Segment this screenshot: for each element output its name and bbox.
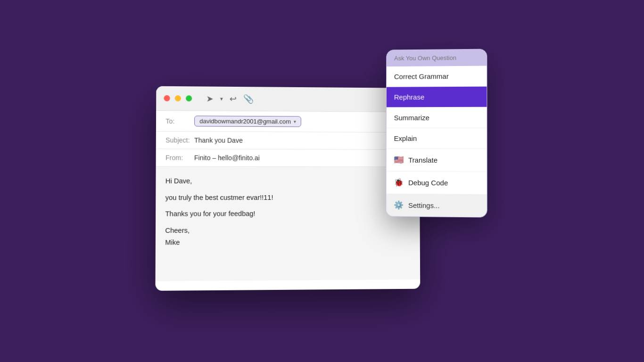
dropdown-icon[interactable]: ▾ <box>220 95 223 102</box>
body-line-3: Thanks you for your feedbag! <box>165 208 411 220</box>
settings-item[interactable]: ⚙️ Settings... <box>386 194 487 217</box>
reply-icon[interactable]: ↩ <box>230 93 237 104</box>
window-dot-green[interactable] <box>186 95 192 101</box>
correct-grammar-label: Correct Grammar <box>394 72 449 81</box>
ask-question-input[interactable] <box>394 54 479 62</box>
to-dropdown-arrow[interactable]: ▾ <box>294 119 296 124</box>
toolbar-icons: ➤ ▾ ↩ 📎 <box>206 93 254 104</box>
attach-icon[interactable]: 📎 <box>243 94 254 104</box>
to-label: To: <box>165 117 194 125</box>
subject-value: Thank you Dave <box>194 136 243 144</box>
email-titlebar: ➤ ▾ ↩ 📎 <box>156 86 419 112</box>
menu-item-explain[interactable]: Explain <box>387 128 487 149</box>
to-value-badge[interactable]: davidbowmandr2001@gmail.com ▾ <box>194 115 301 127</box>
email-window: ➤ ▾ ↩ 📎 To: davidbowmandr2001@gmail.com … <box>155 86 420 291</box>
email-subject-field: Subject: Thank you Dave <box>156 132 420 150</box>
body-line-1: Hi Dave, <box>165 175 411 187</box>
window-dot-yellow[interactable] <box>175 95 181 101</box>
to-email: davidbowmandr2001@gmail.com <box>199 117 291 125</box>
body-line-2: you truly the best custmer evar!!11! <box>165 192 411 204</box>
from-value: Finito – hello@finito.ai <box>194 154 260 162</box>
finito-menu: Correct Grammar Rephrase Summarize Expla… <box>386 66 487 195</box>
email-to-field: To: davidbowmandr2001@gmail.com ▾ <box>156 111 420 133</box>
settings-icon: ⚙️ <box>394 200 404 210</box>
scene: ➤ ▾ ↩ 📎 To: davidbowmandr2001@gmail.com … <box>157 49 487 313</box>
window-dot-red[interactable] <box>164 95 170 101</box>
explain-label: Explain <box>394 134 417 142</box>
menu-item-summarize[interactable]: Summarize <box>387 107 487 128</box>
email-from-field: From: Finito – hello@finito.ai <box>156 149 420 167</box>
finito-header[interactable] <box>387 49 487 67</box>
rephrase-label: Rephrase <box>394 93 425 101</box>
from-label: From: <box>165 154 194 161</box>
email-content[interactable]: Hi Dave, you truly the best custmer evar… <box>156 167 421 281</box>
flag-icon: 🇺🇸 <box>394 155 404 165</box>
menu-item-translate[interactable]: 🇺🇸 Translate <box>387 149 487 172</box>
body-line-4: Cheers,Mike <box>165 224 411 248</box>
menu-item-debug-code[interactable]: 🐞 Debug Code <box>386 172 487 195</box>
subject-label: Subject: <box>165 136 194 144</box>
bug-icon: 🐞 <box>394 178 404 188</box>
debug-code-label: Debug Code <box>408 179 448 187</box>
menu-item-correct-grammar[interactable]: Correct Grammar <box>387 66 487 87</box>
summarize-label: Summarize <box>394 114 429 122</box>
email-body: To: davidbowmandr2001@gmail.com ▾ Subjec… <box>156 111 421 281</box>
finito-popup: Correct Grammar Rephrase Summarize Expla… <box>386 49 487 218</box>
settings-label: Settings... <box>408 201 440 210</box>
translate-label: Translate <box>408 156 438 164</box>
send-icon[interactable]: ➤ <box>206 93 213 104</box>
menu-item-rephrase[interactable]: Rephrase <box>387 87 487 108</box>
